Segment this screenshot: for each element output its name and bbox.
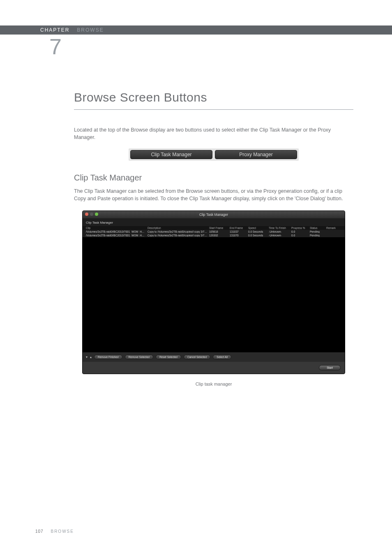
cell-clip: /Volumes/3x2TB-raid0/IBC2010/7001_WOM_HD… <box>86 230 148 233</box>
col-remark: Remark <box>326 227 345 229</box>
zoom-icon[interactable] <box>95 213 98 216</box>
start-button[interactable]: Start <box>319 365 341 370</box>
table-row[interactable]: /Volumes/3x2TB-raid0/IBC2010/7001_WOM_HD… <box>83 234 345 237</box>
cell-status: Pending <box>310 230 326 233</box>
cell-ttf: -Unknown- <box>269 230 291 233</box>
col-start-frame: Start Frame <box>209 227 230 229</box>
cancel-selected-button[interactable]: Cancel Selected <box>184 355 210 359</box>
cell-start-frame: 105818 <box>209 230 230 233</box>
chevron-up-icon[interactable]: ▴ <box>90 355 92 359</box>
col-description: Description <box>148 227 209 229</box>
proxy-manager-tab[interactable]: Proxy Manager <box>215 150 297 159</box>
cell-ttf: -Unknown- <box>269 234 291 237</box>
manager-tabs-figure: Clip Task Manager Proxy Manager <box>74 148 353 161</box>
table-row[interactable]: /Volumes/3x2TB-raid0/IBC2010/7001_WOM_HD… <box>83 230 345 234</box>
remove-selected-button[interactable]: Remove Selected <box>125 355 153 359</box>
page-header-bar: CHAPTER BROWSE <box>0 25 392 35</box>
footer-section: BROWSE <box>51 529 74 534</box>
close-icon[interactable] <box>85 213 88 216</box>
cell-start-frame: 126302 <box>209 234 230 237</box>
col-status: Status <box>310 227 326 229</box>
cell-description: Copy to /Volumes/3x2TB-raid0/copies/l co… <box>148 234 209 237</box>
chapter-label: CHAPTER <box>40 27 69 33</box>
minimize-icon[interactable] <box>90 213 93 216</box>
cell-status: Pending <box>310 234 326 237</box>
section-heading: Clip Task Manager <box>74 173 353 183</box>
col-progress: Progress % <box>291 227 310 229</box>
section-label: BROWSE <box>77 27 104 33</box>
col-end-frame: End Frame <box>230 227 248 229</box>
cell-remark <box>326 234 345 237</box>
col-time-to-finish: Time To Finish <box>269 227 291 229</box>
table-header-row: Clip Description Start Frame End Frame S… <box>83 226 345 230</box>
table-empty-area <box>83 237 345 352</box>
cell-progress: 0.0 <box>291 234 310 237</box>
clip-task-manager-tab[interactable]: Clip Task Manager <box>130 150 212 159</box>
cell-end-frame: 131070 <box>230 234 248 237</box>
section-paragraph: The Clip Task Manager can be selected fr… <box>74 187 353 202</box>
clip-task-manager-window: Clip Task Manager Clip Task Manager Clip… <box>82 210 345 374</box>
col-clip: Clip <box>86 227 148 229</box>
reset-selected-button[interactable]: Reset Selected <box>156 355 181 359</box>
page-title: Browse Screen Buttons <box>74 90 353 104</box>
cell-end-frame: 131037 <box>230 230 248 233</box>
cell-remark <box>326 230 345 233</box>
chapter-number: 7 <box>49 34 62 59</box>
cell-speed: 0.0 Seconds <box>248 230 269 233</box>
window-traffic-lights <box>85 213 98 216</box>
page-number: 107 <box>35 529 44 534</box>
window-titlebar: Clip Task Manager <box>83 211 345 218</box>
intro-paragraph: Located at the top of the Browse display… <box>74 126 353 141</box>
figure-caption: Clip task manager <box>74 382 353 386</box>
col-speed: Speed <box>248 227 269 229</box>
window-toolbar: ▾ ▴ Remove Finished Remove Selected Rese… <box>83 352 345 362</box>
panel-title: Clip Task Manager <box>83 218 345 226</box>
title-rule <box>74 109 353 110</box>
tabs-frame: Clip Task Manager Proxy Manager <box>129 148 299 161</box>
chevron-down-icon[interactable]: ▾ <box>86 355 88 359</box>
remove-finished-button[interactable]: Remove Finished <box>94 355 122 359</box>
window-footer: Start <box>83 362 345 374</box>
cell-description: Copy to /Volumes/3x2TB-raid0/copies/l co… <box>148 230 209 233</box>
cell-speed: 0.0 Seconds <box>248 234 269 237</box>
page-footer: 107 BROWSE <box>35 529 74 534</box>
task-table: Clip Description Start Frame End Frame S… <box>83 226 345 237</box>
cell-clip: /Volumes/3x2TB-raid0/IBC2010/7001_WOM_HD… <box>86 234 148 237</box>
select-all-button[interactable]: Select All <box>213 355 231 359</box>
window-title: Clip Task Manager <box>199 213 228 217</box>
cell-progress: 0.0 <box>291 230 310 233</box>
